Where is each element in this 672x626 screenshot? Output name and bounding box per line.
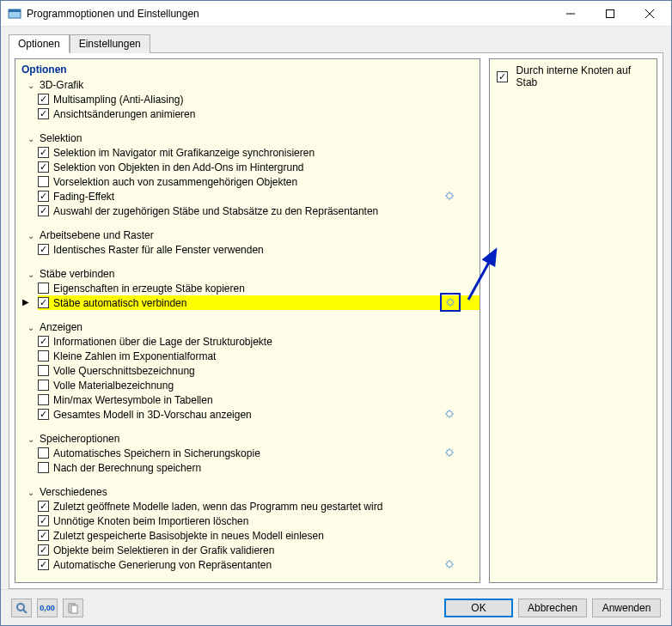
chevron-down-icon: ⌄ <box>26 435 36 444</box>
svg-point-52 <box>17 604 24 611</box>
group-header[interactable]: ⌄Selektion <box>19 131 480 145</box>
option-checkbox[interactable] <box>38 108 49 119</box>
option-item[interactable]: Objekte beim Selektieren in der Grafik v… <box>38 543 480 557</box>
units-button[interactable]: 0,00 <box>37 599 58 617</box>
option-checkbox[interactable] <box>38 394 49 405</box>
option-checkbox[interactable] <box>38 297 49 308</box>
apply-button[interactable]: Anwenden <box>592 599 661 617</box>
option-checkbox[interactable] <box>38 161 49 173</box>
group-title: Selektion <box>40 132 82 144</box>
option-checkbox[interactable] <box>38 380 49 391</box>
option-item[interactable]: Volle Querschnittsbezeichnung <box>38 363 480 378</box>
option-checkbox[interactable] <box>38 191 49 202</box>
svg-line-11 <box>447 193 448 194</box>
gear-icon[interactable] <box>442 407 457 421</box>
option-checkbox[interactable] <box>38 147 49 158</box>
chevron-down-icon: ⌄ <box>26 323 36 332</box>
tab-einstellungen[interactable]: Einstellungen <box>70 34 150 53</box>
detail-item[interactable]: Durch interne Knoten auf Stab <box>497 64 650 88</box>
svg-line-22 <box>448 304 449 305</box>
option-item[interactable]: Nach der Berechnung speichern <box>38 460 480 475</box>
option-label: Volle Materialbezeichnung <box>53 380 174 392</box>
option-checkbox[interactable] <box>38 559 49 570</box>
option-checkbox[interactable] <box>38 409 49 420</box>
help-button[interactable] <box>11 599 32 617</box>
option-item[interactable]: Selektion im Navigator mit Grafikanzeige… <box>38 145 480 160</box>
svg-line-29 <box>447 411 448 412</box>
chevron-down-icon: ⌄ <box>26 81 36 90</box>
group-header[interactable]: ⌄Speicheroptionen <box>19 432 480 446</box>
svg-line-20 <box>448 300 449 301</box>
option-item[interactable]: Selektion von Objekten in den Add-Ons im… <box>38 160 480 174</box>
option-item[interactable]: Ansichtsänderungen animieren <box>38 106 480 121</box>
option-label: Identisches Raster für alle Fenster verw… <box>53 244 264 256</box>
option-item[interactable]: Min/max Wertesymbole in Tabellen <box>38 392 480 407</box>
group-header[interactable]: ⌄Arbeitsebene und Raster <box>19 228 480 242</box>
gear-icon[interactable] <box>440 293 461 312</box>
tab-optionen[interactable]: Optionen <box>9 34 70 53</box>
group-title: Arbeitsebene und Raster <box>40 229 154 241</box>
svg-line-50 <box>451 562 452 562</box>
option-item[interactable]: Informationen über die Lage der Struktur… <box>38 334 480 349</box>
option-label: Selektion im Navigator mit Grafikanzeige… <box>53 147 315 159</box>
option-checkbox[interactable] <box>38 515 49 526</box>
gear-icon[interactable] <box>442 557 457 571</box>
group-header[interactable]: ⌄Stäbe verbinden <box>19 267 480 281</box>
option-item[interactable]: Zuletzt geöffnete Modelle laden, wenn da… <box>38 499 480 514</box>
gear-icon[interactable] <box>442 446 457 459</box>
cancel-button[interactable]: Abbrechen <box>518 599 587 617</box>
option-item[interactable]: Eigenschaften in erzeugte Stäbe kopieren <box>38 281 480 295</box>
option-checkbox[interactable] <box>38 544 49 556</box>
option-item[interactable]: Vorselektion auch von zusammengehörigen … <box>38 174 480 189</box>
options-tree-pane: Optionen ⌄3D-GrafikMultisampling (Anti-A… <box>15 58 480 583</box>
option-item[interactable]: Automatisches Speichern in Sicherungskop… <box>38 446 480 460</box>
svg-rect-3 <box>607 9 614 17</box>
option-item[interactable]: Volle Materialbezeichnung <box>38 378 480 392</box>
detail-pane: Durch interne Knoten auf Stab <box>489 58 657 583</box>
option-checkbox[interactable] <box>38 530 49 541</box>
option-item[interactable]: Auswahl der zugehörigen Stäbe und Stabsä… <box>38 204 480 218</box>
option-item[interactable]: Unnötige Knoten beim Importieren löschen <box>38 514 480 528</box>
options-tree[interactable]: ⌄3D-GrafikMultisampling (Anti-Aliasing)A… <box>15 78 480 582</box>
svg-line-14 <box>451 193 452 194</box>
option-label: Volle Querschnittsbezeichnung <box>53 365 195 377</box>
option-item[interactable]: Identisches Raster für alle Fenster verw… <box>38 242 480 257</box>
option-checkbox[interactable] <box>38 365 49 376</box>
ok-button[interactable]: OK <box>444 599 513 617</box>
option-label: Nach der Berechnung speichern <box>53 462 201 474</box>
option-label: Informationen über die Lage der Struktur… <box>53 336 272 348</box>
option-item[interactable]: Gesamtes Modell in 3D-Vorschau anzeigen <box>38 407 480 422</box>
close-button[interactable] <box>630 2 669 26</box>
group-header[interactable]: ⌄Anzeigen <box>19 320 480 334</box>
minimize-button[interactable] <box>551 2 590 26</box>
registry-button[interactable] <box>63 599 83 617</box>
option-checkbox[interactable] <box>38 336 49 347</box>
group-header[interactable]: ⌄Verschiedenes <box>19 485 480 499</box>
option-label: Zuletzt gespeicherte Basisobjekte in neu… <box>53 530 324 542</box>
option-label: Zuletzt geöffnete Modelle laden, wenn da… <box>53 501 382 513</box>
option-checkbox[interactable] <box>38 176 49 187</box>
option-checkbox[interactable] <box>38 462 49 473</box>
option-checkbox[interactable] <box>38 350 49 362</box>
option-item[interactable]: Multisampling (Anti-Aliasing) <box>38 92 480 106</box>
maximize-button[interactable] <box>590 2 630 26</box>
option-item[interactable]: Zuletzt gespeicherte Basisobjekte in neu… <box>38 528 480 543</box>
option-item[interactable]: Kleine Zahlen im Exponentialformat <box>38 349 480 363</box>
group-header[interactable]: ⌄3D-Grafik <box>19 78 480 92</box>
option-item[interactable]: ▶Stäbe automatisch verbinden <box>38 295 480 310</box>
detail-checkbox[interactable] <box>497 71 508 82</box>
option-item[interactable]: Fading-Effekt <box>38 189 480 204</box>
option-checkbox[interactable] <box>38 283 49 294</box>
group-title: Verschiedenes <box>40 486 107 498</box>
option-checkbox[interactable] <box>38 205 49 216</box>
option-item[interactable]: Automatische Generierung von Repräsentan… <box>38 557 480 572</box>
svg-line-21 <box>452 304 453 305</box>
option-checkbox[interactable] <box>38 447 49 459</box>
option-label: Kleine Zahlen im Exponentialformat <box>53 350 216 362</box>
window-title: Programmoptionen und Einstellungen <box>27 8 551 20</box>
svg-line-39 <box>451 454 452 455</box>
gear-icon[interactable] <box>442 189 457 203</box>
option-checkbox[interactable] <box>38 94 49 105</box>
option-checkbox[interactable] <box>38 244 49 255</box>
option-checkbox[interactable] <box>38 501 49 512</box>
